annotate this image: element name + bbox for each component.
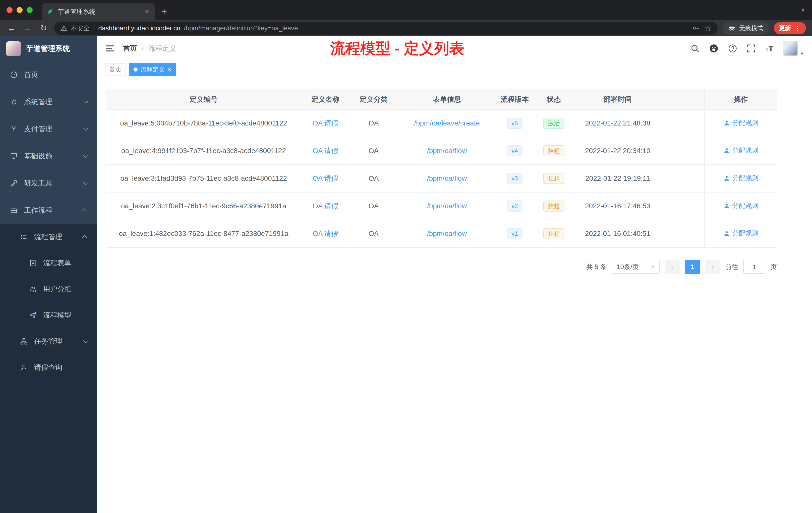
- sidebar-item-process-mgmt[interactable]: 流程管理: [0, 224, 97, 250]
- prev-page-button[interactable]: ‹: [665, 260, 680, 274]
- form-link[interactable]: /bpm/oa/flow: [427, 202, 467, 210]
- breadcrumb-home[interactable]: 首页: [123, 44, 137, 53]
- table-row: oa_leave:1:482ec033-762a-11ec-8477-a2380…: [106, 220, 777, 247]
- version-badge[interactable]: v2: [507, 201, 522, 212]
- reload-button[interactable]: ↻: [38, 23, 49, 33]
- omnibox-separator: |: [93, 25, 95, 32]
- close-icon[interactable]: ×: [168, 66, 172, 73]
- sidebar-item-system-mgmt[interactable]: 系统管理: [0, 88, 97, 116]
- sidebar-item-leave-query[interactable]: 请假查询: [0, 354, 97, 381]
- sidebar-item-label: 流程表单: [43, 258, 71, 268]
- sidebar-item-workflow[interactable]: 工作流程: [0, 197, 97, 224]
- incognito-badge: 无痕模式: [723, 22, 769, 35]
- page-size-select[interactable]: 10条/页 ▼: [612, 260, 660, 274]
- window-minimize-button[interactable]: [17, 7, 23, 13]
- version-badge[interactable]: v1: [507, 228, 522, 239]
- assign-rule-button[interactable]: 分配规则: [723, 174, 758, 182]
- new-tab-button[interactable]: +: [155, 3, 173, 20]
- definition-name-link[interactable]: OA 请假: [313, 230, 339, 237]
- top-navbar: 首页 / 流程定义 流程模型 - 定义列表: [97, 36, 812, 61]
- window-close-button[interactable]: [6, 7, 12, 13]
- back-button[interactable]: ←: [6, 24, 17, 33]
- cell-filler: [661, 192, 704, 220]
- person-icon: [723, 147, 730, 154]
- cell-deploy-time: 2022-01-22 21:48:38: [575, 110, 661, 137]
- browser-menu-kebab-icon[interactable]: ⋮: [794, 24, 801, 32]
- user-avatar-menu[interactable]: ▼: [783, 41, 804, 56]
- assign-rule-button[interactable]: 分配规则: [723, 118, 758, 127]
- window-zoom-button[interactable]: [27, 7, 33, 13]
- cell-definition-id: oa_leave:4:991f2193-7b7f-11ec-a3c8-acde4…: [106, 137, 301, 164]
- cell-deploy-time: 2022-01-22 19:19:11: [575, 164, 661, 192]
- total-count: 共 5 条: [586, 263, 607, 271]
- avatar: [783, 41, 798, 56]
- version-badge[interactable]: v4: [507, 145, 522, 156]
- definition-name-link[interactable]: OA 请假: [313, 119, 339, 127]
- sidebar-item-process-form[interactable]: 流程表单: [0, 250, 97, 276]
- document-icon: [29, 259, 37, 267]
- forward-button[interactable]: →: [22, 24, 33, 33]
- incognito-label: 无痕模式: [739, 24, 763, 32]
- tab-search-caret-icon[interactable]: ∨: [801, 6, 805, 13]
- next-page-button[interactable]: ›: [705, 260, 720, 274]
- sidebar-item-home[interactable]: 首页: [0, 61, 97, 88]
- sidebar-item-payment-mgmt[interactable]: ¥ 支付管理: [0, 116, 97, 143]
- sidebar-item-task-mgmt[interactable]: 任务管理: [0, 328, 97, 354]
- definition-name-link[interactable]: OA 请假: [313, 202, 339, 210]
- url-host: dashboard.yudao.iocoder.cn: [98, 24, 180, 32]
- action-label: 分配规则: [732, 118, 758, 127]
- sidebar-logo[interactable]: 芋道管理系统: [0, 36, 97, 61]
- tag-process-definition[interactable]: 流程定义 ×: [129, 63, 176, 76]
- sidebar-item-dev-tools[interactable]: 研发工具: [0, 170, 97, 197]
- window-controls: [0, 7, 38, 13]
- definition-name-link[interactable]: OA 请假: [313, 175, 339, 182]
- version-badge[interactable]: v3: [507, 173, 522, 184]
- password-key-icon[interactable]: [692, 24, 700, 32]
- form-link[interactable]: /bpm/oa/flow: [427, 230, 467, 237]
- tag-home[interactable]: 首页: [105, 63, 126, 76]
- sidebar-item-infrastructure[interactable]: 基础设施: [0, 143, 97, 170]
- github-icon[interactable]: [709, 44, 719, 53]
- cell-category: OA: [349, 137, 398, 164]
- form-link[interactable]: /bpm/oa/leave/create: [414, 119, 480, 127]
- definition-name-link[interactable]: OA 请假: [313, 147, 339, 155]
- col-deploy-time: 部署时间: [575, 89, 661, 110]
- hamburger-icon[interactable]: [105, 43, 115, 54]
- cell-category: OA: [349, 192, 398, 220]
- tab-close-icon[interactable]: ×: [144, 7, 150, 16]
- wrench-icon: [10, 179, 18, 187]
- status-badge: 挂起: [543, 201, 564, 212]
- assign-rule-button[interactable]: 分配规则: [723, 146, 758, 155]
- pagination: 共 5 条 10条/页 ▼ ‹ 1 › 前往 页: [106, 260, 777, 274]
- form-link[interactable]: /bpm/oa/flow: [427, 175, 467, 182]
- tag-label: 首页: [110, 65, 121, 73]
- sidebar-item-label: 流程管理: [34, 232, 62, 242]
- page-content: 定义编号 定义名称 定义分类 表单信息 流程版本 状态 部署时间 操作: [97, 78, 812, 513]
- help-icon[interactable]: [728, 44, 737, 53]
- person-icon: [20, 364, 28, 371]
- breadcrumb-separator: /: [142, 44, 144, 53]
- assign-rule-button[interactable]: 分配规则: [723, 201, 758, 210]
- sidebar-item-label: 请假查询: [34, 363, 62, 372]
- sidebar-item-user-group[interactable]: 用户分组: [0, 276, 97, 302]
- browser-tab[interactable]: 芋道管理系统 ×: [42, 3, 155, 20]
- url-path: /bpm/manager/definition?key=oa_leave: [184, 24, 689, 32]
- sidebar-item-process-model[interactable]: 流程模型: [0, 302, 97, 328]
- url-omnibox[interactable]: 不安全 | dashboard.yudao.iocoder.cn /bpm/ma…: [54, 22, 718, 35]
- search-icon[interactable]: [691, 44, 699, 53]
- security-label[interactable]: 不安全: [71, 24, 90, 32]
- table-row: oa_leave:3:1fad3d93-7b75-11ec-a3c8-acde4…: [106, 164, 777, 192]
- col-filler: [661, 89, 704, 110]
- fullscreen-icon[interactable]: [747, 44, 756, 53]
- action-label: 分配规则: [732, 146, 758, 155]
- breadcrumb: 首页 / 流程定义: [123, 44, 176, 53]
- form-link[interactable]: /bpm/oa/flow: [427, 147, 467, 155]
- bookmark-star-icon[interactable]: ☆: [705, 24, 712, 33]
- version-badge[interactable]: v5: [507, 118, 522, 129]
- browser-update-button[interactable]: 更新 ⋮: [774, 22, 806, 34]
- assign-rule-button[interactable]: 分配规则: [723, 229, 758, 238]
- sidebar: 芋道管理系统 首页 系统管理 ¥ 支付管理 基础设施: [0, 36, 97, 513]
- font-size-icon[interactable]: TT: [765, 44, 773, 53]
- goto-page-input[interactable]: [743, 260, 765, 274]
- current-page-button[interactable]: 1: [685, 260, 700, 274]
